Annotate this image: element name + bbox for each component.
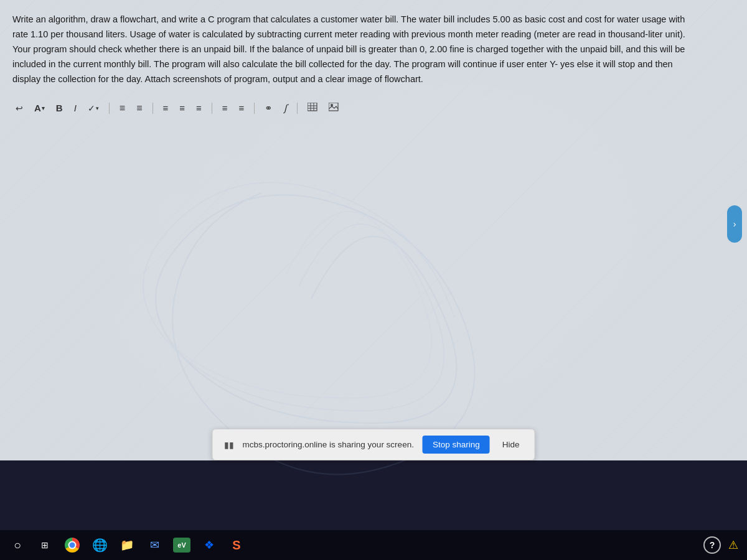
image-button[interactable] <box>326 101 342 115</box>
table-icon <box>308 103 317 113</box>
spellcheck-dropdown-arrow: ▾ <box>96 105 99 111</box>
font-a-icon: A <box>34 103 41 113</box>
unordered-list-button[interactable]: ≡ <box>133 101 145 116</box>
bold-button[interactable]: B <box>53 101 66 115</box>
help-icon: ? <box>710 540 715 550</box>
toolbar-separator-1 <box>109 103 110 114</box>
formatting-toolbar: ↩ A ▾ B I ✓ ▾ ≡ <box>12 98 728 118</box>
warning-icon: ⚠ <box>728 538 738 552</box>
toolbar-separator-5 <box>297 103 298 114</box>
dark-bottom-area <box>0 460 747 530</box>
help-button[interactable]: ? <box>703 536 721 554</box>
toolbar-separator-4 <box>254 103 255 114</box>
undo-icon: ↩ <box>16 103 23 113</box>
document-area: Write an algorithm, draw a flowchart, an… <box>0 0 747 460</box>
chrome-button[interactable] <box>60 533 85 558</box>
start-icon: ○ <box>14 538 21 553</box>
warning-indicator: ⚠ <box>725 536 742 554</box>
table-button[interactable] <box>304 101 321 115</box>
svg-rect-0 <box>308 103 317 111</box>
ordered-list-button[interactable]: ≡ <box>116 101 128 116</box>
mail-button[interactable]: ✉ <box>142 533 167 558</box>
taskview-icon: ⊞ <box>41 540 49 550</box>
sharing-bar-message: mcbs.proctoring.online is sharing your s… <box>243 440 414 449</box>
align-right-button[interactable]: ≡ <box>193 101 205 115</box>
scroll-arrow-icon[interactable]: › <box>727 205 742 243</box>
file-explorer-button[interactable]: 📁 <box>115 533 139 558</box>
chrome-icon <box>65 538 80 553</box>
font-button[interactable]: A ▾ <box>31 101 48 115</box>
align-left-icon: ≡ <box>163 103 169 113</box>
dropbox-button[interactable]: ❖ <box>197 533 222 558</box>
taskbar-right-area: ? ⚠ <box>703 536 742 554</box>
ordered-list-icon: ≡ <box>120 103 125 114</box>
outdent-icon: ≡ <box>239 103 245 113</box>
scratch-icon: S <box>232 538 240 553</box>
right-scroll-indicator[interactable]: › <box>727 205 742 243</box>
taskview-button[interactable]: ⊞ <box>32 533 57 558</box>
edge-icon: 🌐 <box>92 538 108 553</box>
hide-button[interactable]: Hide <box>499 437 524 452</box>
dropbox-icon: ❖ <box>204 538 214 552</box>
outdent-button[interactable]: ≡ <box>236 101 248 115</box>
spellcheck-button[interactable]: ✓ ▾ <box>85 101 102 115</box>
mail-icon: ✉ <box>150 538 159 552</box>
special-chars-icon: ʃ <box>284 103 287 114</box>
special-chars-button[interactable]: ʃ <box>281 101 290 116</box>
undo-button[interactable]: ↩ <box>12 101 26 115</box>
link-icon: ⚭ <box>265 103 273 114</box>
sharing-notification-bar: ▮▮ mcbs.proctoring.online is sharing you… <box>212 429 535 460</box>
bold-icon: B <box>56 103 63 113</box>
question-text: Write an algorithm, draw a flowchart, an… <box>12 12 697 87</box>
link-button[interactable]: ⚭ <box>261 101 276 116</box>
toolbar-separator-3 <box>212 103 212 114</box>
unordered-list-icon: ≡ <box>136 103 142 114</box>
document-content: Write an algorithm, draw a flowchart, an… <box>12 12 728 118</box>
align-center-button[interactable]: ≡ <box>176 101 188 115</box>
italic-icon: I <box>74 103 77 113</box>
start-button[interactable]: ○ <box>5 533 30 558</box>
sharing-bar-pause-icon: ▮▮ <box>224 440 234 450</box>
ev-icon: eV <box>173 538 190 553</box>
ev-button[interactable]: eV <box>169 533 194 558</box>
spellcheck-icon: ✓ <box>88 103 95 113</box>
taskbar: ○ ⊞ 🌐 📁 ✉ eV ❖ S ? ⚠ <box>0 530 747 560</box>
align-center-icon: ≡ <box>179 103 185 113</box>
file-explorer-icon: 📁 <box>120 538 134 552</box>
stop-sharing-button[interactable]: Stop sharing <box>423 436 490 454</box>
toolbar-separator-2 <box>153 103 153 114</box>
indent-button[interactable]: ≡ <box>219 101 231 115</box>
align-right-icon: ≡ <box>196 103 202 113</box>
italic-button[interactable]: I <box>71 101 80 115</box>
edge-button[interactable]: 🌐 <box>87 533 112 558</box>
scratch-button[interactable]: S <box>224 533 249 558</box>
align-left-button[interactable]: ≡ <box>160 101 172 115</box>
indent-icon: ≡ <box>222 103 228 113</box>
font-dropdown-arrow: ▾ <box>42 105 45 111</box>
image-icon <box>329 103 339 113</box>
